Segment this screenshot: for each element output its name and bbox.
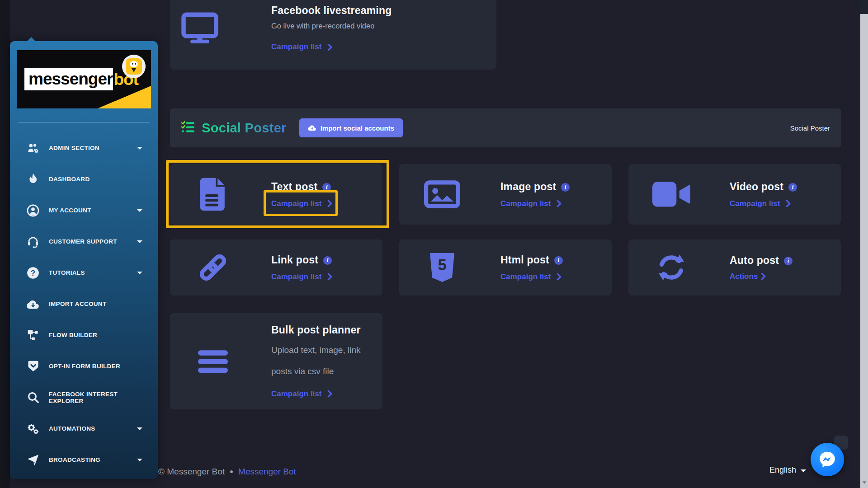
file-text-icon <box>170 164 256 225</box>
card-title: Link post <box>271 254 318 266</box>
sidebar-item-import-account[interactable]: IMPORT ACCOUNT <box>10 288 158 319</box>
scrollbar-track[interactable] <box>860 0 868 488</box>
question-circle-icon: ? <box>26 266 40 280</box>
sidebar-item-dashboard[interactable]: DASHBOARD <box>10 164 158 195</box>
svg-text:5: 5 <box>438 256 446 273</box>
flame-icon <box>26 173 40 186</box>
caret-down-icon <box>137 147 142 150</box>
card-facebook-livestreaming: Facebook livestreaming Go live with pre-… <box>170 0 496 70</box>
paper-plane-icon <box>26 453 40 467</box>
scrollbar-thumb[interactable] <box>860 0 868 14</box>
chevron-right-icon <box>761 273 766 280</box>
chevron-right-icon <box>786 200 791 207</box>
info-icon[interactable] <box>561 183 570 192</box>
footer: © Messenger Bot Messenger Bot <box>158 467 296 477</box>
breadcrumb: Social Poster <box>790 124 830 132</box>
sidebar-item-automations[interactable]: AUTOMATIONS <box>10 413 158 444</box>
card-title: Auto post <box>730 254 779 267</box>
card-title: Facebook livestreaming <box>271 5 392 17</box>
logo-text: messenger bot <box>24 68 138 90</box>
search-icon <box>26 391 40 404</box>
sidebar-item-customer-support[interactable]: CUSTOMER SUPPORT <box>10 226 158 257</box>
sidebar-menu: ADMIN SECTION DASHBOARD MY ACCOUNT CUSTO… <box>10 122 158 475</box>
info-icon[interactable] <box>554 256 563 265</box>
video-camera-icon <box>628 164 714 225</box>
chevron-right-icon <box>327 390 332 397</box>
info-icon[interactable] <box>784 257 793 265</box>
card-subtitle: Upload text, image, link posts via csv f… <box>271 340 377 382</box>
chain-link-icon <box>170 239 256 296</box>
sidebar-item-label: FACEBOOK INTEREST EXPLORER <box>49 391 142 404</box>
bee-mascot-icon <box>122 55 146 78</box>
caret-down-icon <box>137 272 142 274</box>
caret-down-icon <box>801 469 806 472</box>
scrollbar-down-arrow-icon[interactable] <box>862 481 867 484</box>
actions-link[interactable]: Actions <box>730 272 766 281</box>
sidebar-item-my-account[interactable]: MY ACCOUNT <box>10 195 158 226</box>
messenger-icon <box>816 449 838 470</box>
sidebar-item-label: MY ACCOUNT <box>49 207 91 214</box>
monitor-icon <box>170 0 230 70</box>
card-title: Video post <box>730 181 783 193</box>
image-icon <box>399 164 485 225</box>
messenger-chat-button[interactable] <box>811 443 844 476</box>
info-icon[interactable] <box>322 183 331 192</box>
users-gear-icon <box>26 141 40 155</box>
campaign-list-link[interactable]: Campaign list <box>500 272 561 282</box>
card-html-post: 5 Html post Campaign list <box>399 239 612 296</box>
campaign-list-link[interactable]: Campaign list <box>271 389 332 399</box>
sidebar-item-admin-section[interactable]: ADMIN SECTION <box>10 132 158 164</box>
footer-brand-link[interactable]: Messenger Bot <box>238 467 296 477</box>
sidebar-item-label: ADMIN SECTION <box>49 145 99 151</box>
card-text-post: Text post Campaign list <box>170 164 382 225</box>
card-link-post: Link post Campaign list <box>170 239 382 296</box>
sidebar-item-flow-builder[interactable]: FLOW BUILDER <box>10 319 158 351</box>
checklist-icon <box>181 120 195 136</box>
badge-chevron-icon <box>26 360 40 373</box>
campaign-list-link[interactable]: Campaign list <box>271 199 332 208</box>
campaign-list-link[interactable]: Campaign list <box>271 272 332 282</box>
language-dropdown[interactable]: English <box>769 465 806 475</box>
brand-logo[interactable]: messenger bot <box>17 50 151 108</box>
sidebar-item-label: CUSTOMER SUPPORT <box>49 238 117 245</box>
card-bulk-post-planner: Bulk post planner Upload text, image, li… <box>170 313 382 409</box>
social-poster-banner: Social Poster Import social accounts Soc… <box>170 108 841 147</box>
user-circle-icon <box>26 204 40 217</box>
sidebar: messenger bot ADMIN SECTION DASHBOARD M <box>10 41 158 479</box>
card-image-post: Image post Campaign list <box>399 164 612 225</box>
card-subtitle: Go live with pre-recorded video <box>271 22 496 30</box>
sidebar-item-label: BROADCASTING <box>49 456 100 463</box>
campaign-list-link[interactable]: Campaign list <box>730 199 791 208</box>
card-video-post: Video post Campaign list <box>628 164 841 225</box>
card-auto-post: Auto post Actions <box>628 239 841 296</box>
list-bars-icon <box>170 313 256 409</box>
cloud-upload-icon <box>308 125 316 131</box>
page-left-gutter <box>0 0 10 488</box>
chevron-right-icon <box>557 273 561 280</box>
sidebar-item-tutorials[interactable]: ? TUTORIALS <box>10 257 158 288</box>
gears-icon <box>26 422 40 436</box>
info-icon[interactable] <box>788 183 797 192</box>
sidebar-notch <box>27 37 35 41</box>
caret-down-icon <box>137 459 142 461</box>
logo-text-messenger: messenger <box>24 68 113 90</box>
cloud-download-icon <box>26 297 40 311</box>
chevron-right-icon <box>557 200 561 207</box>
sidebar-item-label: AUTOMATIONS <box>49 425 95 432</box>
sidebar-item-opt-in-form-builder[interactable]: OPT-IN FORM BUILDER <box>10 351 158 382</box>
import-social-accounts-button[interactable]: Import social accounts <box>299 118 403 137</box>
footer-copyright: © Messenger Bot <box>158 467 225 477</box>
flow-nodes-icon <box>26 328 40 342</box>
card-title: Image post <box>500 181 556 193</box>
chevron-right-icon <box>327 273 332 280</box>
sidebar-item-facebook-interest-explorer[interactable]: FACEBOOK INTEREST EXPLORER <box>10 382 158 413</box>
card-title: Html post <box>500 254 549 266</box>
sidebar-item-label: TUTORIALS <box>49 269 85 276</box>
headset-icon <box>26 235 40 249</box>
info-icon[interactable] <box>323 256 332 265</box>
chevron-right-icon <box>327 44 332 51</box>
campaign-list-link[interactable]: Campaign list <box>500 199 561 208</box>
svg-text:?: ? <box>31 268 35 277</box>
sidebar-item-broadcasting[interactable]: BROADCASTING <box>10 444 158 475</box>
campaign-list-link[interactable]: Campaign list <box>271 42 332 52</box>
